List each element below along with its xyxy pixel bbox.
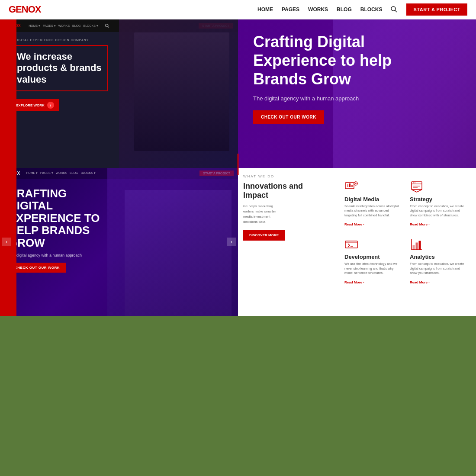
analytics-read-more[interactable]: Read More › — [410, 280, 430, 284]
search-icon[interactable] — [391, 6, 398, 13]
service-digital-media-name: Digital Media — [344, 196, 399, 203]
service-analytics: Analytics From concept to execution, we … — [406, 234, 468, 289]
mini-nav-pages[interactable]: PAGES ▾ — [43, 24, 56, 28]
nav-blog[interactable]: BLOG — [337, 6, 352, 13]
service-development-name: Development — [344, 254, 399, 260]
service-development-desc: We use the latest technology and we neve… — [344, 262, 399, 276]
mini-nav-blocks[interactable]: BLOCKS ▾ — [84, 24, 98, 28]
svg-line-1 — [395, 10, 397, 13]
strategy-icon — [410, 180, 424, 194]
left-red-strip — [0, 19, 16, 316]
check-work-button[interactable]: CHECK OUT OUR WORK — [253, 110, 324, 124]
bl-hero-headline: CRAFTING DIGITAL EXPERIENCE TO HELP BRAN… — [9, 187, 229, 249]
service-analytics-name: Analytics — [410, 254, 465, 260]
discover-more-button[interactable]: DISCOVER MORE — [243, 230, 285, 241]
bl-check-work-button[interactable]: CHECK OUT OUR WORK — [9, 263, 66, 273]
services-headline: Innovations andImpact — [243, 182, 328, 200]
service-strategy: Strategy From concept to execution, we c… — [406, 177, 468, 231]
quad-bottom-right: WHAT WE DO Innovations andImpact ise hel… — [238, 168, 476, 316]
bl-nav-works[interactable]: WORKS — [56, 171, 67, 175]
explore-work-button[interactable]: EXPLORE WORK › — [11, 99, 59, 111]
nav-pages[interactable]: PAGES — [282, 6, 299, 13]
services-grid: Digital Media Seamless integration acros… — [338, 172, 472, 293]
mini-nav-links-bl: HOME ▾ PAGES ▾ WORKS BLOG BLOCKS ▾ — [26, 171, 96, 175]
bl-nav-blog[interactable]: BLOG — [70, 171, 78, 175]
digital-media-read-more[interactable]: Read More › — [344, 222, 364, 226]
logo-o: O — [28, 4, 35, 15]
bl-subtext: The digital agency with a human approach — [9, 253, 229, 257]
svg-rect-5 — [347, 184, 348, 187]
nav-home[interactable]: HOME — [257, 6, 273, 13]
main-wrapper: GENOX HOME PAGES WORKS BLOG BLOCKS START… — [0, 0, 476, 316]
bl-nav-home[interactable]: HOME ▾ — [26, 171, 38, 175]
service-strategy-desc: From concept to execution, we create dig… — [410, 204, 465, 218]
what-we-do-label: WHAT WE DO — [243, 174, 328, 178]
mini-nav-blog[interactable]: BLOG — [72, 24, 80, 28]
svg-rect-24 — [419, 241, 421, 250]
browser-logo: GENOX — [9, 4, 41, 15]
hero-content-tl: A DIGITAL EXPERIENCE DESIGN COMPANY We i… — [0, 32, 238, 118]
bl-nav-pages[interactable]: PAGES ▾ — [40, 171, 53, 175]
quad-bottom-left: GENOX HOME ▾ PAGES ▾ WORKS BLOG BLOCKS ▾… — [0, 168, 238, 316]
carousel-next-button[interactable]: › — [227, 238, 236, 246]
purple-hero-subtext: The digital agency with a human approach — [253, 95, 461, 102]
analytics-icon — [410, 238, 424, 251]
mini-nav-links-tl: HOME ▾ PAGES ▾ WORKS BLOG BLOCKS ▾ — [29, 24, 98, 28]
bl-hero-content: CRAFTING DIGITAL EXPERIENCE TO HELP BRAN… — [0, 179, 238, 282]
browser-bar: GENOX HOME PAGES WORKS BLOG BLOCKS START… — [0, 0, 476, 19]
arrow-icon: › — [47, 102, 54, 109]
development-icon — [344, 238, 358, 251]
digital-media-icon — [344, 180, 358, 194]
svg-rect-6 — [349, 183, 351, 187]
development-read-more[interactable]: Read More › — [344, 280, 364, 284]
mini-nav-home[interactable]: HOME ▾ — [29, 24, 40, 28]
carousel-prev-button[interactable]: ‹ — [2, 238, 11, 246]
svg-line-3 — [108, 26, 109, 27]
svg-rect-22 — [413, 245, 415, 250]
service-strategy-name: Strategy — [410, 196, 465, 203]
mini-nav-works[interactable]: WORKS — [58, 24, 70, 28]
bottom-green-section — [0, 316, 476, 476]
hero-headline-tl: We increaseproducts & brandsvalues — [17, 51, 102, 85]
svg-rect-17 — [345, 241, 357, 248]
purple-hero-content: Crafting DigitalExperience to helpBrands… — [253, 32, 461, 124]
service-digital-media-desc: Seamless integration across all digital … — [344, 204, 399, 218]
services-left-panel: WHAT WE DO Innovations andImpact ise hel… — [238, 168, 333, 316]
svg-point-14 — [415, 182, 415, 183]
quad-top-right: Crafting DigitalExperience to helpBrands… — [238, 19, 476, 168]
services-text: ise helps marketing eaders make smarter … — [243, 204, 328, 225]
browser-nav: HOME PAGES WORKS BLOG BLOCKS START A PRO… — [257, 3, 467, 16]
nav-blocks[interactable]: BLOCKS — [360, 6, 383, 13]
hero-box: We increaseproducts & brandsvalues — [11, 45, 108, 91]
services-right-panel: Digital Media Seamless integration acros… — [333, 168, 476, 316]
nav-works[interactable]: WORKS — [308, 6, 328, 13]
company-label: A DIGITAL EXPERIENCE DESIGN COMPANY — [11, 39, 229, 42]
logo-end: X — [35, 4, 41, 15]
svg-point-13 — [413, 182, 414, 183]
svg-rect-7 — [351, 185, 353, 187]
purple-hero-headline: Crafting DigitalExperience to helpBrands… — [253, 32, 461, 89]
service-development: Development We use the latest technology… — [341, 234, 403, 289]
bl-nav-blocks[interactable]: BLOCKS ▾ — [81, 171, 96, 175]
logo-text: GEN — [9, 4, 28, 15]
strategy-read-more[interactable]: Read More › — [410, 222, 430, 226]
service-digital-media: Digital Media Seamless integration acros… — [341, 177, 403, 231]
start-project-button[interactable]: START A PROJECT — [406, 3, 467, 16]
svg-rect-23 — [416, 243, 418, 250]
mini-search-icon[interactable] — [105, 24, 109, 28]
service-analytics-desc: From concept to execution, we create dig… — [410, 262, 465, 276]
quad-top-left: GENOX HOME ▾ PAGES ▾ WORKS BLOG BLOCKS ▾… — [0, 19, 238, 168]
center-vertical-divider — [238, 154, 239, 175]
